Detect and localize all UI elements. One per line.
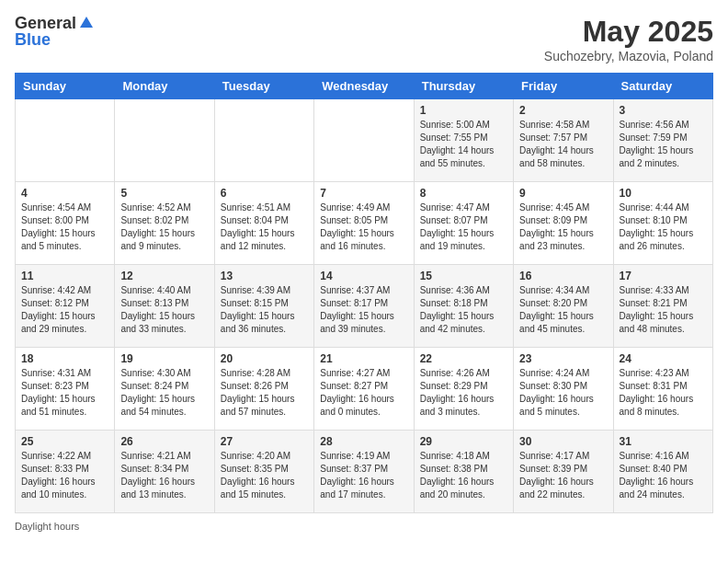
calendar-cell: 26Sunrise: 4:21 AMSunset: 8:34 PMDayligh… <box>115 431 214 513</box>
logo-blue: Blue <box>15 30 51 49</box>
day-info: Sunrise: 4:56 AMSunset: 7:59 PMDaylight:… <box>620 119 707 170</box>
day-number: 10 <box>620 187 707 200</box>
calendar-cell: 17Sunrise: 4:33 AMSunset: 8:21 PMDayligh… <box>613 265 712 348</box>
calendar-cell: 14Sunrise: 4:37 AMSunset: 8:17 PMDayligh… <box>314 265 414 348</box>
calendar-cell: 21Sunrise: 4:27 AMSunset: 8:27 PMDayligh… <box>314 348 414 431</box>
day-info: Sunrise: 4:39 AMSunset: 8:15 PMDaylight:… <box>221 284 308 336</box>
calendar-cell: 28Sunrise: 4:19 AMSunset: 8:37 PMDayligh… <box>314 431 414 513</box>
calendar-day-header: Friday <box>514 74 613 99</box>
day-number: 27 <box>221 435 308 448</box>
day-info: Sunrise: 4:54 AMSunset: 8:00 PMDaylight:… <box>21 201 108 253</box>
day-number: 18 <box>21 352 108 365</box>
calendar-table: SundayMondayTuesdayWednesdayThursdayFrid… <box>15 73 713 513</box>
day-info: Sunrise: 4:17 AMSunset: 8:39 PMDaylight:… <box>519 450 607 501</box>
day-info: Sunrise: 4:28 AMSunset: 8:26 PMDaylight:… <box>221 367 308 419</box>
day-number: 12 <box>120 270 208 282</box>
day-number: 22 <box>420 352 507 365</box>
day-number: 23 <box>519 352 607 365</box>
page-header: General Blue May 2025 Suchozebry, Mazovi… <box>15 15 713 63</box>
day-info: Sunrise: 4:33 AMSunset: 8:21 PMDaylight:… <box>620 284 707 336</box>
calendar-cell: 18Sunrise: 4:31 AMSunset: 8:23 PMDayligh… <box>16 348 115 431</box>
day-number: 29 <box>420 435 507 448</box>
calendar-week-row: 4Sunrise: 4:54 AMSunset: 8:00 PMDaylight… <box>16 182 713 265</box>
daylight-label: Daylight hours <box>15 521 79 532</box>
calendar-day-header: Monday <box>115 74 214 99</box>
month-title: May 2025 <box>544 15 713 49</box>
day-number: 6 <box>221 187 308 200</box>
calendar-cell: 15Sunrise: 4:36 AMSunset: 8:18 PMDayligh… <box>414 265 513 348</box>
svg-marker-0 <box>80 17 93 28</box>
day-number: 13 <box>221 270 308 282</box>
calendar-footer: Daylight hours <box>15 521 713 532</box>
calendar-cell: 22Sunrise: 4:26 AMSunset: 8:29 PMDayligh… <box>414 348 513 431</box>
calendar-cell: 9Sunrise: 4:45 AMSunset: 8:09 PMDaylight… <box>514 182 613 265</box>
day-info: Sunrise: 4:27 AMSunset: 8:27 PMDaylight:… <box>320 367 407 419</box>
calendar-cell: 13Sunrise: 4:39 AMSunset: 8:15 PMDayligh… <box>214 265 313 348</box>
day-info: Sunrise: 4:26 AMSunset: 8:29 PMDaylight:… <box>420 367 507 419</box>
calendar-cell: 5Sunrise: 4:52 AMSunset: 8:02 PMDaylight… <box>115 182 214 265</box>
day-info: Sunrise: 4:51 AMSunset: 8:04 PMDaylight:… <box>221 201 308 253</box>
calendar-cell <box>115 99 214 182</box>
day-number: 19 <box>120 352 208 365</box>
calendar-cell: 3Sunrise: 4:56 AMSunset: 7:59 PMDaylight… <box>613 99 712 182</box>
day-number: 5 <box>120 187 208 200</box>
day-info: Sunrise: 4:30 AMSunset: 8:24 PMDaylight:… <box>120 367 208 419</box>
day-info: Sunrise: 4:47 AMSunset: 8:07 PMDaylight:… <box>420 201 507 253</box>
day-info: Sunrise: 4:49 AMSunset: 8:05 PMDaylight:… <box>320 201 407 253</box>
day-number: 16 <box>519 270 607 282</box>
calendar-day-header: Tuesday <box>214 74 313 99</box>
day-info: Sunrise: 4:16 AMSunset: 8:40 PMDaylight:… <box>620 450 707 501</box>
calendar-day-header: Sunday <box>16 74 115 99</box>
calendar-cell: 10Sunrise: 4:44 AMSunset: 8:10 PMDayligh… <box>613 182 712 265</box>
calendar-cell <box>214 99 313 182</box>
day-info: Sunrise: 4:20 AMSunset: 8:35 PMDaylight:… <box>221 450 308 501</box>
day-info: Sunrise: 4:31 AMSunset: 8:23 PMDaylight:… <box>21 367 108 419</box>
day-number: 11 <box>21 270 108 282</box>
calendar-header-row: SundayMondayTuesdayWednesdayThursdayFrid… <box>16 74 713 99</box>
calendar-cell: 2Sunrise: 4:58 AMSunset: 7:57 PMDaylight… <box>514 99 613 182</box>
day-info: Sunrise: 4:34 AMSunset: 8:20 PMDaylight:… <box>519 284 607 336</box>
calendar-week-row: 25Sunrise: 4:22 AMSunset: 8:33 PMDayligh… <box>16 431 713 513</box>
calendar-cell <box>314 99 414 182</box>
day-number: 9 <box>519 187 607 200</box>
day-number: 28 <box>320 435 407 448</box>
day-number: 21 <box>320 352 407 365</box>
day-info: Sunrise: 4:44 AMSunset: 8:10 PMDaylight:… <box>620 201 707 253</box>
calendar-cell: 16Sunrise: 4:34 AMSunset: 8:20 PMDayligh… <box>514 265 613 348</box>
day-info: Sunrise: 4:23 AMSunset: 8:31 PMDaylight:… <box>620 367 707 419</box>
calendar-cell: 6Sunrise: 4:51 AMSunset: 8:04 PMDaylight… <box>214 182 313 265</box>
location-subtitle: Suchozebry, Mazovia, Poland <box>544 49 713 63</box>
calendar-day-header: Wednesday <box>314 74 414 99</box>
calendar-week-row: 11Sunrise: 4:42 AMSunset: 8:12 PMDayligh… <box>16 265 713 348</box>
day-number: 17 <box>620 270 707 282</box>
calendar-cell: 27Sunrise: 4:20 AMSunset: 8:35 PMDayligh… <box>214 431 313 513</box>
day-info: Sunrise: 4:52 AMSunset: 8:02 PMDaylight:… <box>120 201 208 253</box>
day-info: Sunrise: 4:45 AMSunset: 8:09 PMDaylight:… <box>519 201 607 253</box>
day-number: 1 <box>420 104 507 117</box>
calendar-cell: 23Sunrise: 4:24 AMSunset: 8:30 PMDayligh… <box>514 348 613 431</box>
day-number: 2 <box>519 104 607 117</box>
day-info: Sunrise: 4:42 AMSunset: 8:12 PMDaylight:… <box>21 284 108 336</box>
calendar-cell <box>16 99 115 182</box>
day-info: Sunrise: 4:40 AMSunset: 8:13 PMDaylight:… <box>120 284 208 336</box>
calendar-week-row: 18Sunrise: 4:31 AMSunset: 8:23 PMDayligh… <box>16 348 713 431</box>
day-info: Sunrise: 4:24 AMSunset: 8:30 PMDaylight:… <box>519 367 607 419</box>
calendar-cell: 19Sunrise: 4:30 AMSunset: 8:24 PMDayligh… <box>115 348 214 431</box>
calendar-cell: 8Sunrise: 4:47 AMSunset: 8:07 PMDaylight… <box>414 182 513 265</box>
day-info: Sunrise: 5:00 AMSunset: 7:55 PMDaylight:… <box>420 119 507 170</box>
day-info: Sunrise: 4:22 AMSunset: 8:33 PMDaylight:… <box>21 450 108 501</box>
day-number: 26 <box>120 435 208 448</box>
day-number: 14 <box>320 270 407 282</box>
day-number: 3 <box>620 104 707 117</box>
calendar-cell: 31Sunrise: 4:16 AMSunset: 8:40 PMDayligh… <box>613 431 712 513</box>
day-number: 25 <box>21 435 108 448</box>
day-number: 30 <box>519 435 607 448</box>
day-number: 20 <box>221 352 308 365</box>
day-number: 8 <box>420 187 507 200</box>
calendar-cell: 12Sunrise: 4:40 AMSunset: 8:13 PMDayligh… <box>115 265 214 348</box>
calendar-week-row: 1Sunrise: 5:00 AMSunset: 7:55 PMDaylight… <box>16 99 713 182</box>
day-info: Sunrise: 4:36 AMSunset: 8:18 PMDaylight:… <box>420 284 507 336</box>
day-number: 24 <box>620 352 707 365</box>
day-number: 7 <box>320 187 407 200</box>
day-info: Sunrise: 4:21 AMSunset: 8:34 PMDaylight:… <box>120 450 208 501</box>
